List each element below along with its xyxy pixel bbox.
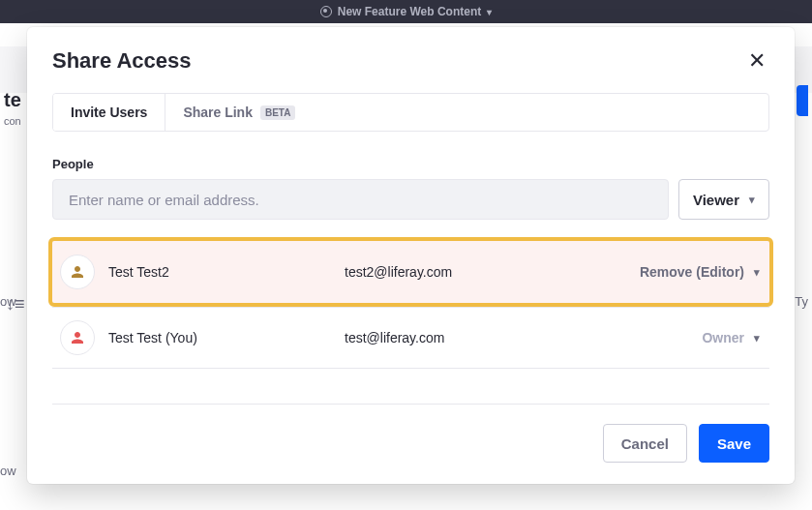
modal-backdrop: Share Access ✕ Invite Users Share Link B…	[0, 0, 812, 510]
user-list: Test Test2 test2@liferay.com Remove (Edi…	[52, 241, 769, 369]
tab-invite-users[interactable]: Invite Users	[53, 94, 165, 131]
close-button[interactable]: ✕	[744, 46, 769, 75]
save-button[interactable]: Save	[699, 424, 769, 463]
share-access-modal: Share Access ✕ Invite Users Share Link B…	[27, 27, 795, 484]
cancel-button[interactable]: Cancel	[603, 424, 687, 463]
cancel-label: Cancel	[621, 435, 669, 452]
user-email: test@liferay.com	[345, 330, 688, 345]
tab-label: Invite Users	[71, 105, 147, 120]
default-role-select[interactable]: Viewer ▾	[678, 179, 769, 220]
user-role-select[interactable]: Remove (Editor) ▾	[640, 264, 760, 280]
people-input[interactable]	[52, 179, 669, 220]
modal-header: Share Access ✕	[52, 46, 769, 75]
tab-share-link[interactable]: Share Link BETA	[165, 94, 313, 131]
user-role-label: Remove (Editor)	[640, 264, 744, 280]
user-icon	[69, 329, 86, 346]
tab-label: Share Link	[183, 105, 253, 120]
user-name: Test Test2	[108, 264, 331, 280]
user-row: Test Test2 test2@liferay.com Remove (Edi…	[52, 241, 769, 303]
modal-title: Share Access	[52, 48, 192, 74]
chevron-down-icon: ▾	[754, 266, 760, 279]
user-row: Test Test (You) test@liferay.com Owner ▾	[52, 307, 769, 369]
chevron-down-icon: ▾	[754, 332, 760, 345]
save-label: Save	[717, 435, 751, 452]
avatar	[60, 320, 95, 355]
user-role-owner: Owner ▾	[702, 330, 760, 345]
modal-footer: Cancel Save	[52, 404, 769, 463]
modal-tabs: Invite Users Share Link BETA	[52, 93, 769, 132]
user-email: test2@liferay.com	[345, 264, 626, 280]
chevron-down-icon: ▾	[749, 194, 755, 206]
people-label: People	[52, 157, 769, 171]
people-input-row: Viewer ▾	[52, 179, 769, 220]
user-icon	[69, 263, 86, 281]
role-select-label: Viewer	[693, 192, 739, 208]
user-role-label: Owner	[702, 330, 744, 345]
beta-badge: BETA	[260, 105, 295, 120]
close-icon: ✕	[748, 48, 766, 73]
avatar	[60, 255, 95, 289]
user-name: Test Test (You)	[108, 330, 331, 345]
